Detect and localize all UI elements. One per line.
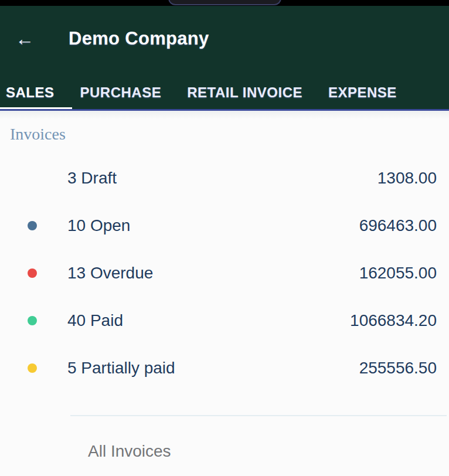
row-amount: 162055.00 <box>153 264 449 283</box>
invoice-row-paid[interactable]: 40 Paid 1066834.20 <box>0 297 449 344</box>
app-screen: ← Demo Company SALES PURCHASE RETAIL INV… <box>0 0 449 476</box>
overdue-status-dot <box>28 268 37 278</box>
dot-cell <box>0 174 67 183</box>
back-arrow-icon: ← <box>15 29 34 48</box>
dot-cell <box>0 363 67 373</box>
tab-sales[interactable]: SALES <box>6 84 55 101</box>
row-amount: 1066834.20 <box>123 311 449 330</box>
divider <box>70 415 447 416</box>
all-invoices-link[interactable]: All Invoices <box>88 442 171 461</box>
paid-status-dot <box>28 316 37 325</box>
tab-retail-invoice[interactable]: RETAIL INVOICE <box>187 84 302 101</box>
sales-content: Invoices 3 Draft 1308.00 10 Open 696463.… <box>0 111 449 476</box>
header-top: ← Demo Company <box>0 6 449 54</box>
row-amount: 696463.00 <box>130 216 449 235</box>
row-label: 5 Partially paid <box>67 359 175 378</box>
partially-paid-status-dot <box>28 363 37 373</box>
draft-status-dot <box>28 174 37 183</box>
row-amount: 1308.00 <box>117 169 449 188</box>
row-amount: 255556.50 <box>175 359 449 378</box>
row-label: 13 Overdue <box>67 264 153 283</box>
dot-cell <box>0 221 67 230</box>
row-label: 3 Draft <box>67 169 117 188</box>
open-status-dot <box>28 221 37 230</box>
dot-cell <box>0 268 67 278</box>
invoice-row-partially-paid[interactable]: 5 Partially paid 255556.50 <box>0 344 449 392</box>
invoices-section-label: Invoices <box>0 111 449 144</box>
tab-expense[interactable]: EXPENSE <box>328 84 397 101</box>
tab-bar: SALES PURCHASE RETAIL INVOICE EXPENSE <box>0 76 449 111</box>
app-header: ← Demo Company SALES PURCHASE RETAIL INV… <box>0 6 449 111</box>
page-title: Demo Company <box>69 28 209 49</box>
row-label: 10 Open <box>67 216 130 235</box>
row-label: 40 Paid <box>67 311 123 330</box>
dot-cell <box>0 316 67 325</box>
back-button[interactable]: ← <box>14 28 35 49</box>
invoice-row-overdue[interactable]: 13 Overdue 162055.00 <box>0 249 449 297</box>
invoice-summary-list: 3 Draft 1308.00 10 Open 696463.00 13 Ove… <box>0 154 449 392</box>
tab-purchase[interactable]: PURCHASE <box>80 84 162 101</box>
phone-notch <box>168 0 281 5</box>
invoice-row-open[interactable]: 10 Open 696463.00 <box>0 202 449 249</box>
status-strip <box>0 0 449 6</box>
invoice-row-draft[interactable]: 3 Draft 1308.00 <box>0 154 449 202</box>
